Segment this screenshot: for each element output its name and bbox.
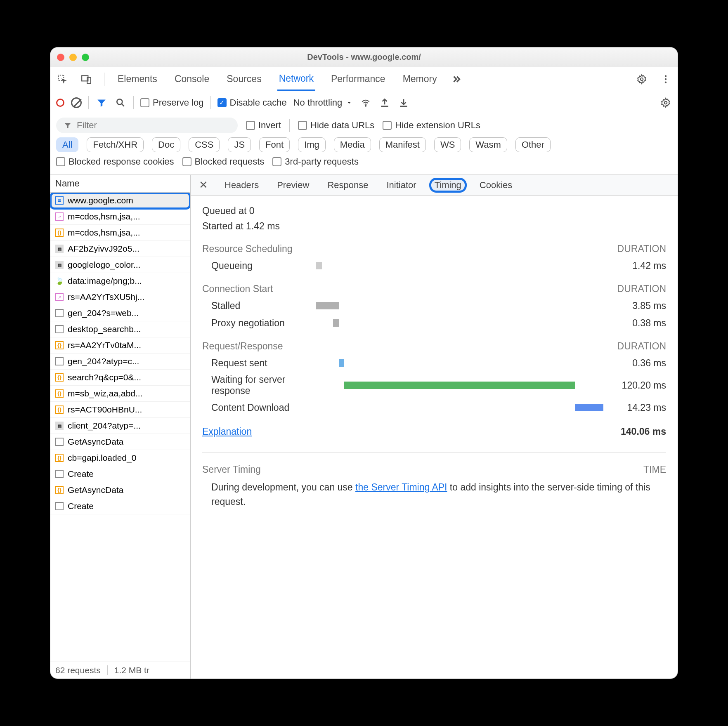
type-pill-ws[interactable]: WS bbox=[434, 137, 461, 152]
hide-data-urls-checkbox[interactable]: Hide data URLs bbox=[298, 120, 374, 131]
preserve-log-checkbox[interactable]: Preserve log bbox=[140, 97, 204, 108]
chevron-down-icon bbox=[345, 99, 353, 106]
doc-icon: ≡ bbox=[55, 196, 64, 205]
curly-icon: {} bbox=[55, 486, 64, 494]
invert-checkbox[interactable]: Invert bbox=[246, 120, 281, 131]
detail-tab-preview[interactable]: Preview bbox=[273, 179, 313, 191]
request-row[interactable]: ↗m=cdos,hsm,jsa,... bbox=[50, 209, 190, 225]
request-list[interactable]: ≡www.google.com↗m=cdos,hsm,jsa,...{}m=cd… bbox=[50, 193, 190, 662]
detail-tab-initiator[interactable]: Initiator bbox=[382, 179, 420, 191]
search-icon[interactable] bbox=[114, 97, 127, 109]
request-row[interactable]: 🍃data:image/png;b... bbox=[50, 273, 190, 289]
request-row[interactable]: GetAsyncData bbox=[50, 434, 190, 450]
request-row[interactable]: ≡www.google.com bbox=[50, 193, 190, 209]
request-row[interactable]: {}m=sb_wiz,aa,abd... bbox=[50, 386, 190, 402]
request-row[interactable]: gen_204?atyp=c... bbox=[50, 354, 190, 370]
filter-bar: Filter Invert Hide data URLs Hide extens… bbox=[50, 114, 678, 175]
img-icon: ▦ bbox=[55, 261, 64, 269]
panel-tab-performance[interactable]: Performance bbox=[329, 67, 387, 91]
detail-tab-cookies[interactable]: Cookies bbox=[475, 179, 516, 191]
type-pill-css[interactable]: CSS bbox=[189, 137, 220, 152]
filter-icon[interactable] bbox=[95, 97, 108, 109]
queued-at: Queued at 0 bbox=[202, 205, 666, 217]
type-pill-js[interactable]: JS bbox=[228, 137, 251, 152]
request-name: search?q&cp=0&... bbox=[68, 372, 141, 382]
record-button[interactable] bbox=[56, 99, 64, 107]
network-toolbar: Preserve log ✓ Disable cache No throttli… bbox=[50, 91, 678, 114]
svg-point-3 bbox=[641, 78, 643, 80]
request-row[interactable]: {}rs=ACT90oHBnU... bbox=[50, 402, 190, 418]
panel-tab-sources[interactable]: Sources bbox=[225, 67, 263, 91]
device-toolbar-icon[interactable] bbox=[80, 73, 92, 85]
download-icon[interactable] bbox=[397, 97, 410, 109]
type-pill-manifest[interactable]: Manifest bbox=[379, 137, 426, 152]
request-row[interactable]: desktop_searchb... bbox=[50, 321, 190, 337]
type-pill-other[interactable]: Other bbox=[515, 137, 551, 152]
upload-icon[interactable] bbox=[378, 97, 391, 109]
type-pill-wasm[interactable]: Wasm bbox=[469, 137, 507, 152]
throttling-select[interactable]: No throttling bbox=[293, 97, 353, 108]
leaf-icon: 🍃 bbox=[55, 277, 64, 285]
request-row[interactable]: {}GetAsyncData bbox=[50, 482, 190, 498]
funnel-icon bbox=[64, 121, 72, 130]
request-row[interactable]: {}rs=AA2YrTv0taM... bbox=[50, 337, 190, 354]
clear-button[interactable] bbox=[71, 97, 82, 108]
none-icon bbox=[55, 502, 64, 510]
server-timing-api-link[interactable]: the Server Timing API bbox=[355, 482, 447, 493]
time-column-header: TIME bbox=[643, 464, 666, 475]
detail-tab-timing[interactable]: Timing bbox=[430, 179, 466, 191]
more-panels-icon[interactable] bbox=[450, 73, 463, 85]
timing-row: Proxy negotiation0.38 ms bbox=[202, 317, 666, 329]
timing-row: Request sent0.36 ms bbox=[202, 357, 666, 369]
explanation-link[interactable]: Explanation bbox=[202, 426, 252, 437]
request-name: Create bbox=[68, 501, 94, 511]
disable-cache-checkbox[interactable]: ✓ Disable cache bbox=[217, 97, 287, 108]
request-name: Create bbox=[68, 469, 94, 479]
request-row[interactable]: ▦client_204?atyp=... bbox=[50, 418, 190, 434]
type-pill-doc[interactable]: Doc bbox=[152, 137, 180, 152]
type-pill-media[interactable]: Media bbox=[334, 137, 371, 152]
hide-extension-urls-checkbox[interactable]: Hide extension URLs bbox=[383, 120, 480, 131]
detail-tab-headers[interactable]: Headers bbox=[220, 179, 263, 191]
request-row[interactable]: ↗rs=AA2YrTsXU5hj... bbox=[50, 289, 190, 305]
request-row[interactable]: ▦googlelogo_color... bbox=[50, 257, 190, 273]
panel-tab-elements[interactable]: Elements bbox=[116, 67, 159, 91]
request-row[interactable]: gen_204?s=web... bbox=[50, 305, 190, 321]
details-panel: ✕ HeadersPreviewResponseInitiatorTimingC… bbox=[191, 175, 678, 679]
svg-point-9 bbox=[664, 101, 667, 104]
status-bar: 62 requests 1.2 MB tr bbox=[50, 662, 190, 679]
name-column-header[interactable]: Name bbox=[50, 175, 190, 193]
network-settings-icon[interactable] bbox=[659, 97, 672, 109]
third-party-checkbox[interactable]: 3rd-party requests bbox=[272, 156, 359, 167]
panel-tab-console[interactable]: Console bbox=[173, 67, 211, 91]
wifi-icon[interactable] bbox=[359, 97, 372, 109]
request-row[interactable]: Create bbox=[50, 466, 190, 482]
requests-sidebar: Name ≡www.google.com↗m=cdos,hsm,jsa,...{… bbox=[50, 175, 191, 679]
panel-tab-network[interactable]: Network bbox=[277, 67, 315, 91]
request-row[interactable]: {}cb=gapi.loaded_0 bbox=[50, 450, 190, 466]
kebab-menu-icon[interactable] bbox=[659, 73, 672, 85]
svg-point-5 bbox=[665, 78, 667, 80]
js-icon: ↗ bbox=[55, 293, 64, 301]
request-row[interactable]: ▦AF2bZyivvJ92o5... bbox=[50, 241, 190, 257]
request-row[interactable]: Create bbox=[50, 498, 190, 514]
request-name: GetAsyncData bbox=[68, 437, 123, 447]
request-row[interactable]: {}search?q&cp=0&... bbox=[50, 370, 190, 386]
curly-icon: {} bbox=[55, 229, 64, 237]
detail-tab-response[interactable]: Response bbox=[323, 179, 372, 191]
panel-tabs: ElementsConsoleSourcesNetworkPerformance… bbox=[50, 67, 678, 91]
panel-tab-memory[interactable]: Memory bbox=[401, 67, 439, 91]
blocked-cookies-checkbox[interactable]: Blocked response cookies bbox=[56, 156, 174, 167]
inspect-icon[interactable] bbox=[56, 73, 69, 85]
settings-icon[interactable] bbox=[636, 73, 648, 85]
request-row[interactable]: {}m=cdos,hsm,jsa,... bbox=[50, 225, 190, 241]
close-details-icon[interactable]: ✕ bbox=[196, 179, 210, 191]
filter-input[interactable]: Filter bbox=[56, 118, 238, 133]
blocked-requests-checkbox[interactable]: Blocked requests bbox=[182, 156, 265, 167]
type-pill-font[interactable]: Font bbox=[259, 137, 290, 152]
request-name: cb=gapi.loaded_0 bbox=[68, 453, 136, 463]
type-pill-all[interactable]: All bbox=[56, 137, 78, 152]
img-icon: ▦ bbox=[55, 245, 64, 253]
type-pill-fetch-xhr[interactable]: Fetch/XHR bbox=[87, 137, 144, 152]
type-pill-img[interactable]: Img bbox=[298, 137, 326, 152]
